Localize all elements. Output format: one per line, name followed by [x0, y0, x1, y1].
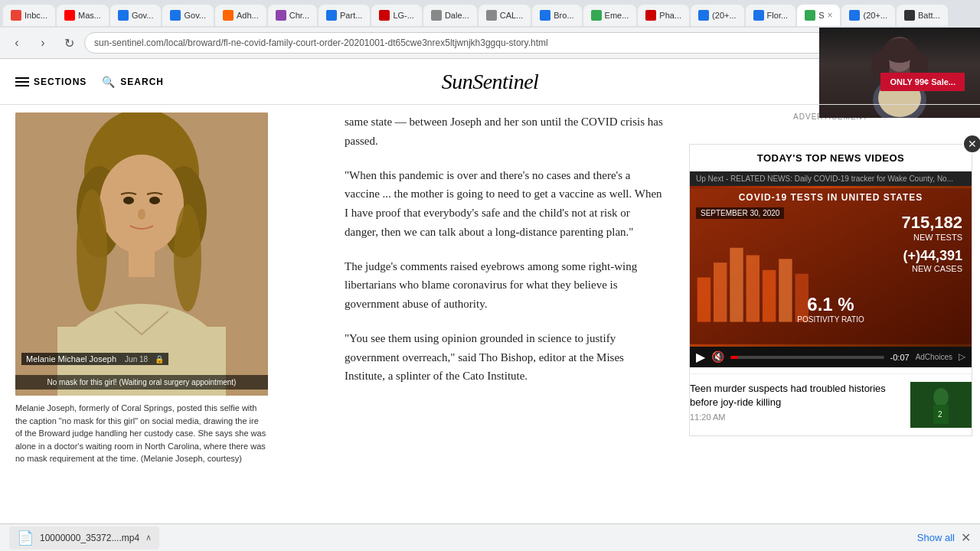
image-overlay-caption: No mask for this girl! (Waiting oral sur…	[15, 375, 268, 390]
download-chevron[interactable]: ∧	[145, 533, 152, 543]
search-icon: 🔍	[102, 76, 116, 88]
article-text: same state — between Joseph and her son …	[345, 112, 666, 386]
refresh-button[interactable]: ↻	[58, 32, 80, 54]
forward-button[interactable]: ›	[32, 32, 54, 54]
tab-bar: Inbc... Mas... Gov... Gov... Adh... Chr.…	[0, 0, 980, 28]
svg-rect-26	[763, 270, 776, 322]
up-next-prefix: Up Next - RELATED NEWS:	[696, 174, 792, 183]
ad-choices-icon: ▷	[959, 351, 965, 363]
mute-button[interactable]: 🔇	[711, 350, 724, 364]
svg-rect-25	[746, 255, 760, 321]
hamburger-icon	[15, 77, 29, 86]
tab-chr[interactable]: Chr...	[268, 5, 317, 26]
svg-text:2: 2	[938, 410, 942, 419]
image-person-name: Melanie Michael Joseph Jun 18 🔒	[21, 353, 168, 365]
tab-gov2[interactable]: Gov...	[162, 5, 214, 26]
download-bar: 📄 10000000_35372....mp4 ∧ Show all ✕	[0, 523, 980, 551]
related-thumb-svg: 2	[910, 382, 972, 428]
close-video-button[interactable]: ✕	[962, 134, 980, 154]
stat2-value: (+)44,391	[901, 248, 962, 264]
download-bar-right: Show all ✕	[917, 530, 971, 545]
header-right: ONLY 99¢ Sale...	[880, 73, 965, 91]
tab-lg[interactable]: LG-...	[371, 5, 422, 26]
tab-pha[interactable]: Pha...	[638, 5, 689, 26]
article-image: Melanie Michael Joseph Jun 18 🔒 No mask …	[15, 112, 268, 396]
image-caption: Melanie Joseph, formerly of Coral Spring…	[15, 402, 268, 465]
video-up-next: Up Next - RELATED NEWS: Daily COVID-19 t…	[690, 171, 972, 186]
tab-bro[interactable]: Bro...	[532, 5, 581, 26]
article-main: same state — between Joseph and her son …	[329, 105, 681, 524]
tab-gmail[interactable]: Inbc...	[3, 5, 55, 26]
download-file-icon: 📄	[17, 530, 34, 546]
svg-rect-22	[697, 278, 710, 322]
svg-rect-23	[714, 262, 727, 321]
ad-choices-label[interactable]: AdChoices	[916, 353, 952, 361]
video-progress-fill	[730, 356, 738, 359]
play-button[interactable]: ▶	[696, 350, 705, 364]
stat3-label: POSITIVITY RATIO	[797, 315, 864, 324]
tab-flo[interactable]: Flor...	[746, 5, 796, 26]
download-item: 📄 10000000_35372....mp4 ∧	[9, 527, 159, 549]
tab-bat[interactable]: Batt...	[897, 5, 948, 26]
svg-rect-24	[730, 248, 743, 322]
svg-point-11	[100, 155, 184, 254]
subscribe-button[interactable]: ONLY 99¢ Sale...	[880, 73, 965, 91]
article-para-2: "When this pandemic is over and there's …	[345, 166, 666, 242]
video-panel-title: TODAY'S TOP NEWS VIDEOS	[690, 145, 972, 171]
back-button[interactable]: ‹	[6, 32, 28, 54]
tab-cal[interactable]: CAL...	[479, 5, 531, 26]
related-time: 11:20 AM	[690, 412, 903, 422]
stat3-value: 6.1 %	[797, 294, 864, 315]
right-sidebar: ADVERTISEMENT ✕ TODAY'S TOP NEWS VIDEOS …	[681, 105, 980, 524]
article-para-1: same state — between Joseph and her son …	[345, 112, 666, 151]
related-title: Teen murder suspects had troubled histor…	[690, 382, 903, 409]
header-left: SECTIONS 🔍 SEARCH	[15, 76, 164, 88]
site-logo[interactable]: SunSentinel	[442, 70, 539, 94]
video-time: -0:07	[890, 353, 910, 362]
svg-point-13	[174, 204, 201, 311]
article-para-4: "You see them using opinion grounded in …	[345, 329, 666, 386]
download-bar-close[interactable]: ✕	[961, 530, 971, 545]
video-positivity: 6.1 % POSITIVITY RATIO	[797, 294, 864, 324]
svg-point-18	[149, 197, 160, 204]
video-controls: ▶ 🔇 -0:07 AdChoices ▷	[690, 347, 972, 367]
show-all-button[interactable]: Show all	[917, 532, 955, 543]
search-button[interactable]: 🔍 SEARCH	[102, 76, 164, 88]
site-header: SECTIONS 🔍 SEARCH SunSentinel ONLY 99¢ S…	[0, 59, 980, 105]
tab-gov1[interactable]: Gov...	[110, 5, 162, 26]
svg-rect-27	[779, 259, 792, 321]
video-progress-bar[interactable]	[730, 356, 884, 359]
svg-rect-16	[129, 246, 155, 277]
sections-menu-button[interactable]: SECTIONS	[15, 77, 87, 87]
svg-point-12	[77, 189, 107, 311]
related-article[interactable]: Teen murder suspects had troubled histor…	[690, 373, 972, 435]
tab-fb1[interactable]: (20+...	[691, 5, 744, 26]
tab-sav[interactable]: S ×	[797, 5, 840, 26]
svg-point-17	[123, 197, 134, 204]
svg-point-30	[933, 388, 949, 406]
video-thumbnail[interactable]: COVID-19 TESTS IN UNITED STATES SEPTEMBE…	[690, 186, 972, 347]
tab-close-sav[interactable]: ×	[827, 10, 832, 21]
address-bar[interactable]: sun-sentinel.com/local/broward/fl-ne-cov…	[84, 32, 948, 54]
tab-part[interactable]: Part...	[318, 5, 370, 26]
stat2-label: NEW CASES	[901, 264, 962, 273]
tab-eme[interactable]: Eme...	[583, 5, 637, 26]
video-overlay-title: COVID-19 TESTS IN UNITED STATES	[690, 192, 972, 203]
tab-mas[interactable]: Mas...	[57, 5, 109, 26]
svg-point-19	[138, 209, 145, 220]
video-date-badge: SEPTEMBER 30, 2020	[696, 207, 784, 219]
stat1-value: 715,182	[901, 213, 962, 233]
search-label: SEARCH	[120, 77, 164, 87]
url-text: sun-sentinel.com/local/broward/fl-ne-cov…	[94, 37, 548, 48]
video-panel: ✕ TODAY'S TOP NEWS VIDEOS Up Next - RELA…	[689, 144, 972, 436]
related-thumbnail: 2	[910, 382, 972, 428]
content-area: Melanie Michael Joseph Jun 18 🔒 No mask …	[0, 105, 980, 524]
stat1-label: NEW TESTS	[901, 233, 962, 242]
tab-adh[interactable]: Adh...	[215, 5, 266, 26]
related-text: Teen murder suspects had troubled histor…	[690, 382, 903, 422]
article-left: Melanie Michael Joseph Jun 18 🔒 No mask …	[0, 105, 329, 524]
tab-dale[interactable]: Dale...	[423, 5, 477, 26]
tab-fb2[interactable]: (20+...	[841, 5, 895, 26]
up-next-text: Daily COVID-19 tracker for Wake County, …	[795, 174, 953, 183]
article-image-wrap: Melanie Michael Joseph Jun 18 🔒 No mask …	[15, 112, 268, 465]
